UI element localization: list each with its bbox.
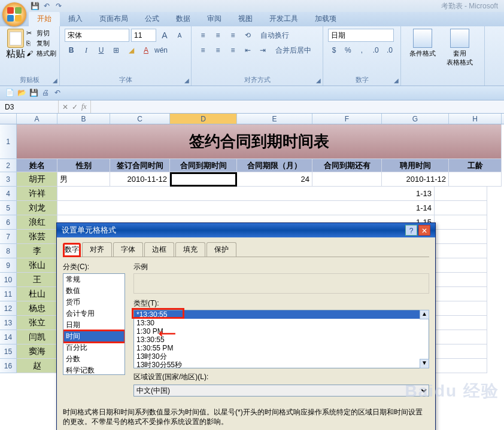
cell[interactable]: 赵 [17,359,57,373]
cell[interactable] [312,172,382,187]
type-item[interactable]: 13:30:55 [134,336,429,344]
font-size-select[interactable] [131,29,156,42]
select-all-corner[interactable] [0,114,17,124]
cell[interactable]: 刘龙 [17,201,57,215]
wrap-text-button[interactable]: 自动换行 [256,29,293,42]
fx-button[interactable]: fx [81,102,87,111]
underline-button[interactable]: U [95,44,108,57]
row-header[interactable]: 6 [0,215,17,230]
dialog-tab-font[interactable]: 字体 [113,242,143,257]
qat-redo[interactable]: ↷ [54,2,63,11]
col-header-D[interactable]: D [170,114,237,124]
cell[interactable] [435,258,487,273]
tab-formulas[interactable]: 公式 [136,11,168,26]
cell[interactable]: 王 [17,273,57,287]
dialog-tab-protection[interactable]: 保护 [207,242,236,257]
category-item[interactable]: 货币 [63,297,125,308]
dialog-close-button[interactable]: ✕ [418,225,430,236]
locale-select[interactable]: 中文(中国) [133,385,429,397]
row-header-1[interactable]: 1 [0,124,17,159]
dialog-tab-fill[interactable]: 填充 [175,242,205,257]
qat-save[interactable]: 💾 [30,2,40,11]
cell[interactable] [435,244,487,258]
type-item[interactable]: 1:30 PM [134,327,429,336]
align-center-button[interactable]: ≡ [211,44,224,57]
cell[interactable] [170,172,237,187]
qat2-save[interactable]: 💾 [29,89,38,98]
qat-undo[interactable]: ↶ [42,2,51,11]
tab-home[interactable]: 开始 [29,11,60,26]
tab-developer[interactable]: 开发工具 [261,11,306,26]
align-left-button[interactable]: ≡ [196,44,210,57]
tab-page-layout[interactable]: 页面布局 [91,11,136,26]
alignment-expand-icon[interactable]: ◢ [316,77,321,84]
font-expand-icon[interactable]: ◢ [184,77,189,84]
accounting-button[interactable]: $ [328,44,340,57]
cell[interactable]: 浪红 [17,215,57,230]
name-box[interactable]: D3 [0,100,59,113]
cell[interactable]: 2010-11-12 [382,172,449,187]
cell[interactable]: 杨忠 [17,301,57,316]
paste-button[interactable]: 粘贴 [5,29,26,60]
dialog-tab-number[interactable]: 数字 [63,243,81,257]
category-item[interactable]: 百分比 [63,342,125,353]
col-header-F[interactable]: F [312,114,382,124]
category-item[interactable]: 日期 [63,319,125,331]
row-header[interactable]: 13 [0,316,17,330]
tab-review[interactable]: 审阅 [199,11,230,26]
col-header-E[interactable]: E [237,114,312,124]
font-color-button[interactable]: A [139,44,153,57]
number-format-select[interactable] [328,29,394,42]
formula-input[interactable] [91,100,504,113]
copy-button[interactable]: ⎘复制 [26,39,56,48]
category-item[interactable]: 会计专用 [63,308,125,319]
cell[interactable]: 24 [237,172,312,187]
col-header-H[interactable]: H [449,114,502,124]
fill-color-button[interactable]: ◢ [125,44,138,57]
cell[interactable]: 张芸 [17,230,57,244]
cut-button[interactable]: ✂剪切 [26,29,56,38]
dialog-tab-alignment[interactable]: 对齐 [82,242,112,257]
cell[interactable] [435,344,487,359]
col-header-A[interactable]: A [17,114,57,124]
type-item[interactable]: 13:30 [134,319,429,327]
qat2-open[interactable]: 📂 [17,89,26,98]
office-button[interactable] [2,2,26,26]
type-item[interactable]: *13:30:55 [134,310,429,319]
category-item[interactable]: 分数 [63,353,125,365]
cell[interactable]: 张山 [17,258,57,273]
cell[interactable] [435,215,487,230]
row-header[interactable]: 14 [0,330,17,344]
row-header-2[interactable]: 2 [0,159,17,172]
cell[interactable]: 男 [57,172,110,187]
type-item[interactable]: 13时30分55秒 [134,361,429,368]
type-listbox[interactable]: *13:30:5513:301:30 PM13:30:551:30:55 PM1… [133,310,429,368]
category-item[interactable]: 时间 [63,331,125,342]
qat2-new[interactable]: 📄 [5,89,14,98]
cell[interactable]: 李 [17,244,57,258]
cell[interactable]: 张立 [17,316,57,330]
grow-font-button[interactable]: A [158,29,171,42]
align-right-button[interactable]: ≡ [226,44,239,57]
cell[interactable]: 1-13 [57,187,435,201]
row-header[interactable]: 11 [0,287,17,301]
dialog-tab-border[interactable]: 边框 [144,242,174,257]
indent-dec-button[interactable]: ⇤ [241,44,254,57]
align-bottom-button[interactable]: ≡ [226,29,239,42]
col-header-G[interactable]: G [382,114,449,124]
row-header[interactable]: 12 [0,301,17,316]
row-header[interactable]: 4 [0,187,17,201]
cell[interactable]: 1-14 [57,201,435,215]
cell[interactable] [449,172,502,187]
row-header[interactable]: 7 [0,230,17,244]
cell[interactable]: 许祥 [17,187,57,201]
qat2-print[interactable]: 🖨 [41,89,50,98]
bold-button[interactable]: B [65,44,78,57]
cell[interactable]: 窦海 [17,344,57,359]
font-name-select[interactable] [65,29,129,42]
col-header-B[interactable]: B [57,114,110,124]
row-header[interactable]: 5 [0,201,17,215]
tab-data[interactable]: 数据 [168,11,199,26]
cell[interactable] [435,330,487,344]
format-painter-button[interactable]: 🖌格式刷 [26,49,56,58]
